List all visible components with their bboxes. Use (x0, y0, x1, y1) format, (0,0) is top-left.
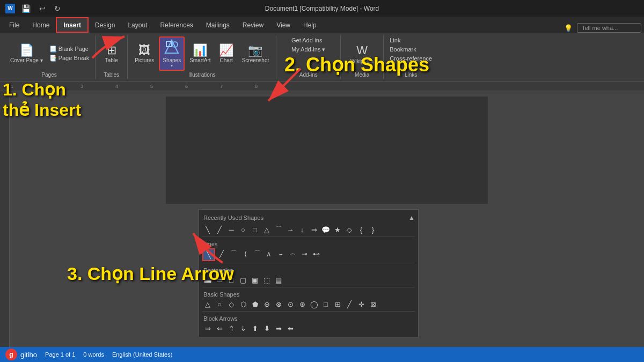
wikipedia-button[interactable]: W Wikipedia (348, 42, 376, 66)
illustrations-group-label: Illustrations (132, 71, 272, 78)
shape-brace[interactable]: { (356, 224, 367, 235)
tables-buttons: ⊞ Table (101, 36, 122, 71)
undo-icon[interactable]: ↩ (37, 3, 48, 14)
ba-3[interactable]: ⇑ (226, 323, 237, 334)
pictures-button[interactable]: 🖼 Pictures (132, 43, 157, 65)
basic-8[interactable]: ⊙ (285, 299, 296, 309)
basic-10[interactable]: ◯ (309, 299, 319, 309)
page-info: Page 1 of 1 (45, 351, 75, 358)
shape-bracket[interactable]: } (368, 224, 378, 235)
tell-me-input[interactable]: Tell me wha... (577, 23, 641, 33)
ba-7[interactable]: ➡ (273, 323, 284, 334)
pictures-icon: 🖼 (138, 45, 150, 56)
shape-diamond[interactable]: ◇ (344, 224, 355, 235)
basic-5[interactable]: ⬟ (250, 299, 260, 309)
shape-arrow-right[interactable]: → (285, 224, 296, 235)
line-10[interactable]: ⊷ (311, 248, 321, 259)
shape-line[interactable]: ─ (226, 224, 237, 235)
tab-references[interactable]: References (153, 17, 199, 33)
rect-2[interactable]: ▭ (214, 275, 225, 285)
basic-11[interactable]: □ (320, 299, 331, 309)
media-items: W Wikipedia (348, 36, 376, 71)
smartart-button[interactable]: 📊 SmartArt (187, 43, 213, 65)
my-addins-button[interactable]: My Add-ins ▾ (290, 46, 327, 54)
ba-5[interactable]: ⬆ (250, 323, 260, 334)
gitiho-logo: g (5, 349, 17, 360)
shape-circle[interactable]: ○ (238, 224, 248, 235)
shape-triangle[interactable]: △ (261, 224, 272, 235)
shapes-button[interactable]: Shapes ▾ (159, 36, 185, 71)
line-9[interactable]: ⊸ (299, 248, 310, 259)
chart-button[interactable]: 📈 Chart (216, 43, 237, 65)
ba-2[interactable]: ⇐ (214, 323, 225, 334)
rect-7[interactable]: ▤ (273, 275, 284, 285)
tab-review[interactable]: Review (236, 17, 270, 33)
redo-icon[interactable]: ↻ (52, 3, 63, 14)
rect-6[interactable]: ⬚ (261, 275, 272, 285)
shape-diagonal[interactable]: ╲ (202, 224, 213, 235)
panel-collapse-btn[interactable]: ▲ (408, 214, 415, 221)
basic-9[interactable]: ⊛ (297, 299, 308, 309)
ba-1[interactable]: ⇒ (202, 323, 213, 334)
basic-12[interactable]: ⊞ (332, 299, 343, 309)
rect-5[interactable]: ▣ (250, 275, 260, 285)
page-break-button[interactable]: 📑 Page Break (48, 54, 91, 62)
shape-star[interactable]: ★ (332, 224, 343, 235)
illustrations-buttons: 🖼 Pictures Shapes ▾ 📊 (132, 36, 272, 71)
ruler-marks: 12345678 (11, 84, 258, 89)
basic-14[interactable]: ✛ (356, 299, 367, 309)
tab-home[interactable]: Home (26, 17, 56, 33)
word-icon: W (5, 4, 15, 13)
word-count: 0 words (83, 351, 104, 358)
basic-3[interactable]: ◇ (226, 299, 237, 309)
tab-layout[interactable]: Layout (121, 17, 153, 33)
divider-4 (202, 311, 415, 312)
line-diagonal-selected[interactable]: ╲ (202, 248, 215, 261)
line-5[interactable]: ⌒ (252, 248, 262, 259)
shapes-icon (164, 39, 179, 56)
tab-file[interactable]: File (3, 17, 26, 33)
basic-4[interactable]: ⬡ (238, 299, 248, 309)
tab-help[interactable]: Help (297, 17, 323, 33)
tab-view[interactable]: View (270, 17, 297, 33)
rect-3[interactable]: □ (226, 275, 237, 285)
tab-insert[interactable]: Insert (56, 17, 89, 33)
line-4[interactable]: ⟨ (240, 248, 251, 259)
pages-buttons: 📄 Cover Page ▾ 📃 Blank Page 📑 Page Break (8, 36, 91, 71)
bookmark-button[interactable]: Bookmark (388, 46, 418, 53)
shape-arrow-down[interactable]: ↓ (297, 224, 308, 235)
cover-page-button[interactable]: 📄 Cover Page ▾ (8, 43, 46, 65)
media-group-label: Media (355, 71, 369, 78)
tab-design[interactable]: Design (89, 17, 121, 33)
basic-6[interactable]: ⊕ (261, 299, 272, 309)
line-6[interactable]: ∧ (264, 248, 274, 259)
shape-arrow-dbl[interactable]: ⇒ (309, 224, 319, 235)
line-8[interactable]: ⌢ (287, 248, 298, 259)
get-addins-button[interactable]: Get Add-ins (290, 36, 324, 44)
blank-page-button[interactable]: 📃 Blank Page (48, 45, 91, 53)
line-2[interactable]: ╱ (216, 248, 227, 259)
line-3[interactable]: ⌒ (228, 248, 239, 259)
shape-square[interactable]: □ (250, 224, 260, 235)
basic-13[interactable]: ╱ (344, 299, 355, 309)
line-7[interactable]: ⌣ (275, 248, 286, 259)
save-icon[interactable]: 💾 (19, 3, 33, 14)
ba-4[interactable]: ⇓ (238, 323, 248, 334)
basic-1[interactable]: △ (202, 299, 213, 309)
link-button[interactable]: Link (388, 36, 402, 44)
screenshot-button[interactable]: 📷 Screenshot (239, 43, 272, 65)
basic-15[interactable]: ⊠ (368, 299, 378, 309)
shape-callout[interactable]: 💬 (320, 224, 331, 235)
rect-4[interactable]: ▢ (238, 275, 248, 285)
rect-1[interactable]: ▬ (202, 275, 213, 285)
ba-6[interactable]: ⬇ (261, 323, 272, 334)
cross-ref-button[interactable]: Cross-reference (388, 55, 434, 62)
tab-mailings[interactable]: Mailings (200, 17, 236, 33)
table-button[interactable]: ⊞ Table (101, 43, 122, 65)
addins-group-label: Add-ins (299, 71, 318, 78)
basic-2[interactable]: ○ (214, 299, 225, 309)
ba-8[interactable]: ⬅ (285, 323, 296, 334)
shape-arc[interactable]: ⌒ (273, 224, 284, 235)
shape-slash[interactable]: ╱ (214, 224, 225, 235)
basic-7[interactable]: ⊗ (273, 299, 284, 309)
